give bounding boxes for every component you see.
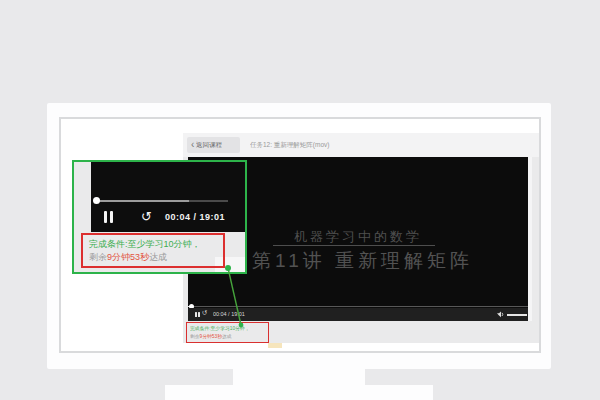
highlight-fleck bbox=[268, 343, 282, 348]
inset-video-area: ↺ 00:04 / 19:01 bbox=[91, 162, 245, 232]
magnifier-callout: ↺ 00:04 / 19:01 完成条件:至少学习10分钟， 剩余9分钟53秒达… bbox=[72, 160, 247, 274]
completion-notice-annotation-box: 完成条件:至少学习10分钟， 剩余9分钟53秒达成 bbox=[186, 322, 269, 343]
player-control-bar: ↺ 00:04 / 19:01 bbox=[188, 308, 528, 321]
completion-condition-text: 完成条件:至少学习10分钟， bbox=[190, 325, 249, 332]
inset-completion-remaining-text: 剩余9分钟53秒达成 bbox=[89, 251, 167, 264]
monitor-stand-neck bbox=[233, 369, 365, 385]
progress-bar[interactable] bbox=[188, 306, 528, 307]
inset-progress-track bbox=[189, 200, 228, 202]
replay-icon: ↺ bbox=[202, 309, 207, 316]
pause-icon bbox=[195, 312, 197, 317]
pause-icon bbox=[104, 211, 107, 223]
back-to-course-label: 返回课程 bbox=[196, 140, 222, 149]
back-to-course-button[interactable]: ‹ 返回课程 bbox=[187, 137, 240, 153]
video-slide-subtitle: 第11讲 重新理解矩阵 bbox=[252, 248, 473, 274]
inset-progress-buffered bbox=[98, 200, 189, 202]
volume-slider[interactable] bbox=[507, 314, 527, 316]
player-right-gutter bbox=[528, 157, 532, 321]
completion-remaining-text: 剩余9分钟53秒达成 bbox=[190, 333, 232, 340]
inset-time-display: 00:04 / 19:01 bbox=[165, 212, 225, 222]
replay-button[interactable]: ↺ bbox=[202, 309, 207, 316]
page-header: ‹ 返回课程 任务12: 重新理解矩阵(mov) bbox=[183, 133, 539, 157]
replay-icon: ↺ bbox=[141, 209, 152, 224]
inset-completion-condition-text: 完成条件:至少学习10分钟， bbox=[89, 238, 201, 251]
task-title: 任务12: 重新理解矩阵(mov) bbox=[250, 140, 329, 149]
inset-red-annotation-box: 完成条件:至少学习10分钟， 剩余9分钟53秒达成 bbox=[81, 233, 225, 268]
monitor-stand-base bbox=[165, 385, 433, 400]
volume-icon[interactable] bbox=[497, 311, 505, 318]
video-slide-underline bbox=[273, 245, 435, 246]
chevron-left-icon: ‹ bbox=[191, 140, 194, 150]
inset-progress-handle bbox=[93, 197, 100, 204]
time-display: 00:04 / 19:01 bbox=[213, 311, 245, 317]
pause-icon bbox=[110, 211, 113, 223]
pause-icon bbox=[198, 312, 200, 317]
